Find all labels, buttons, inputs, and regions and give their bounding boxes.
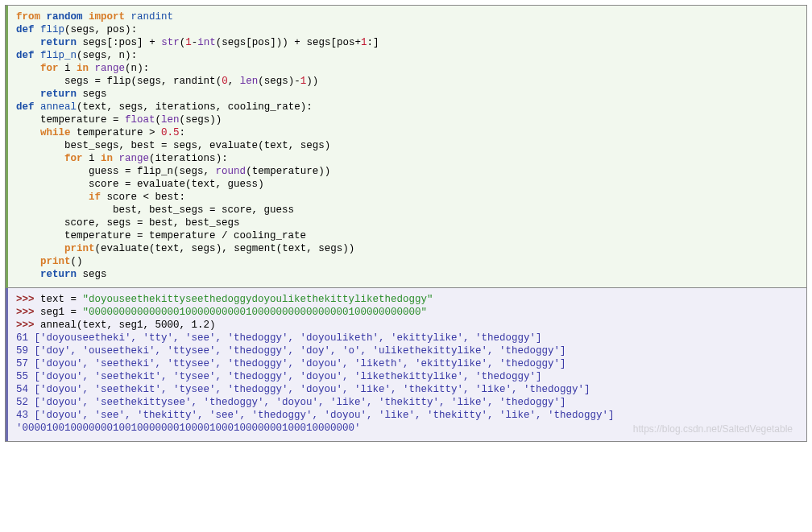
code-line: def flip_n(segs, n):	[16, 49, 798, 62]
repl-output-line: 59 ['doy', 'ouseetheki', 'ttysee', 'thed…	[16, 344, 798, 357]
repl-output-line: 57 ['doyou', 'seetheki', 'ttysee', 'thed…	[16, 357, 798, 370]
code-line: guess = flip_n(segs, round(temperature))	[16, 165, 798, 178]
code-line: temperature = float(len(segs))	[16, 113, 798, 126]
repl-prompt: >>>	[16, 307, 40, 318]
code-line: def anneal(text, segs, iterations, cooli…	[16, 101, 798, 113]
code-line: while temperature > 0.5:	[16, 126, 798, 139]
code-line: return segs	[16, 268, 798, 281]
code-line: for i in range(iterations):	[16, 152, 798, 165]
code-line: if score < best:	[16, 191, 798, 204]
repl-input-line: >>> text = "doyouseethekittyseethedoggyd…	[16, 293, 798, 306]
repl-output-line: 61 ['doyouseetheki', 'tty', 'see', 'thed…	[16, 332, 798, 344]
repl-input-line: >>> anneal(text, seg1, 5000, 1.2)	[16, 319, 798, 332]
code-line: segs = flip(segs, randint(0, len(segs)-1…	[16, 75, 798, 88]
repl-output-line: 43 ['doyou', 'see', 'thekitty', 'see', '…	[16, 409, 798, 422]
code-line: print(evaluate(text, segs), segment(text…	[16, 242, 798, 255]
repl-output-line: '000010010000000100100000001000010001000…	[16, 422, 798, 435]
code-line: score, segs = best, best_segs	[16, 217, 798, 229]
source-code-panel: from random import randintdef flip(segs,…	[6, 6, 806, 288]
repl-output-line: 55 ['doyou', 'seethekit', 'tysee', 'thed…	[16, 370, 798, 383]
repl-output-panel: >>> text = "doyouseethekittyseethedoggyd…	[6, 288, 806, 441]
code-line: score = evaluate(text, guess)	[16, 178, 798, 191]
repl-output-line: 54 ['doyou', 'seethekit', 'tysee', 'thed…	[16, 383, 798, 396]
repl-output-line: 52 ['doyou', 'seethekittysee', 'thedoggy…	[16, 396, 798, 409]
code-line: def flip(segs, pos):	[16, 23, 798, 36]
code-line: return segs	[16, 88, 798, 101]
repl-prompt: >>>	[16, 294, 40, 305]
code-line: best_segs, best = segs, evaluate(text, s…	[16, 139, 798, 152]
code-line: from random import randint	[16, 10, 798, 23]
repl-input-line: >>> seg1 = "0000000000000001000000000010…	[16, 306, 798, 319]
repl-prompt: >>>	[16, 320, 40, 331]
code-line: temperature = temperature / cooling_rate	[16, 229, 798, 242]
code-line: return segs[:pos] + str(1-int(segs[pos])…	[16, 36, 798, 49]
code-frame: from random import randintdef flip(segs,…	[5, 5, 807, 442]
code-line: print()	[16, 255, 798, 268]
code-line: for i in range(n):	[16, 62, 798, 75]
code-line: best, best_segs = score, guess	[16, 204, 798, 217]
